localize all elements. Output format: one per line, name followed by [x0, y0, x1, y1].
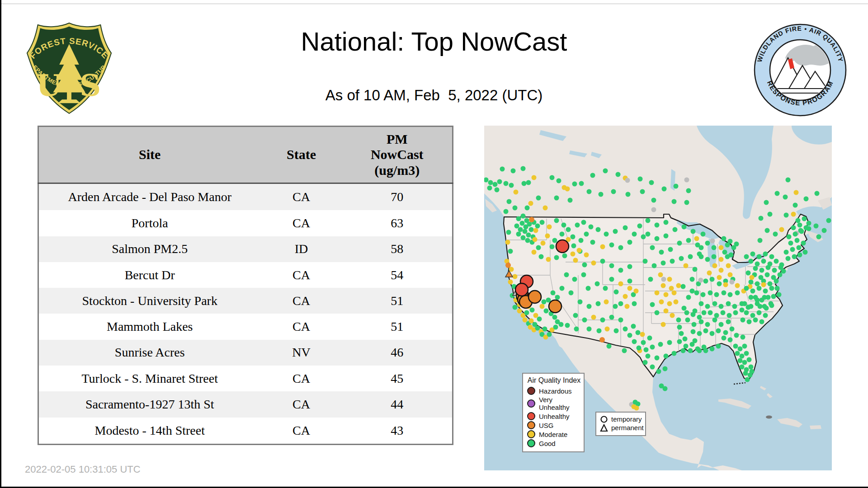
monitor-dot	[703, 279, 708, 284]
monitor-dot	[517, 309, 522, 314]
monitor-dot	[595, 282, 600, 286]
state-cell: CA	[261, 262, 342, 288]
monitor-dot	[573, 258, 578, 263]
monitor-dot	[623, 327, 628, 332]
monitor-dot	[573, 313, 578, 318]
monitor-dot	[672, 199, 677, 204]
monitor-dot	[732, 304, 737, 309]
monitor-dot	[753, 266, 758, 271]
value-cell: 44	[342, 391, 453, 417]
monitor-dot	[523, 318, 528, 323]
wfaqrp-logo: WILDLAND FIRE • AIR QUALITY RESPONSE PRO…	[752, 22, 849, 118]
monitor-dot	[557, 178, 561, 183]
legend-label: permanent	[611, 424, 644, 432]
monitor-dot	[784, 213, 789, 218]
monitor-dot	[587, 327, 592, 332]
monitor-dot	[587, 304, 592, 309]
monitor-dot	[728, 272, 733, 277]
monitor-dot	[533, 228, 538, 233]
monitor-dot	[547, 332, 552, 337]
monitor-dot	[661, 322, 666, 327]
monitor-dot	[708, 310, 713, 315]
monitor-dot	[625, 178, 630, 183]
monitor-dot	[744, 254, 749, 259]
monitor-dot	[744, 286, 749, 291]
monitor-dot	[705, 322, 710, 327]
monitor-dot	[579, 238, 584, 243]
monitor-dot	[604, 232, 609, 237]
monitor-dot	[764, 200, 769, 205]
monitor-dot	[814, 224, 819, 229]
site-cell: Modesto - 14th Street	[38, 418, 261, 445]
monitor-dot	[749, 365, 754, 370]
monitor-dot	[640, 189, 645, 194]
monitor-dot	[730, 327, 735, 332]
monitor-dot	[559, 322, 564, 327]
monitor-dot	[750, 289, 755, 294]
monitor-dot	[735, 283, 740, 288]
monitor-dot	[672, 351, 677, 356]
monitor-dot	[705, 241, 710, 246]
monitor-dot	[644, 347, 649, 352]
value-cell: 45	[342, 366, 453, 391]
monitor-dot	[659, 250, 664, 255]
monitor-dot	[826, 218, 831, 223]
monitor-dot	[760, 268, 764, 273]
monitor-dot	[584, 232, 589, 237]
value-cell: 63	[342, 210, 453, 236]
monitor-dot	[516, 216, 521, 221]
monitor-dot	[682, 225, 687, 230]
monitor-dot	[742, 301, 747, 306]
monitor-dot	[634, 406, 639, 411]
monitor-dot	[504, 209, 509, 214]
monitor-dot	[651, 207, 656, 212]
monitor-dot	[701, 232, 706, 237]
monitor-dot	[655, 236, 660, 241]
monitor-dot	[597, 328, 602, 333]
monitor-dot	[749, 304, 754, 309]
table-row: Sacramento-1927 13th StCA44	[38, 391, 453, 417]
monitor-dot	[690, 277, 695, 282]
monitor-dot	[631, 324, 636, 329]
monitor-dot	[791, 225, 796, 230]
state-cell: CA	[261, 288, 342, 314]
monitor-dot	[743, 371, 748, 376]
monitor-dot	[564, 272, 569, 277]
monitor-dot	[668, 247, 673, 252]
monitor-dot	[775, 191, 780, 196]
monitor-dot	[686, 295, 691, 300]
monitor-dot	[641, 340, 646, 345]
monitor-dot	[769, 301, 774, 306]
legend-row-temporary: temporary	[600, 415, 642, 424]
monitor-dot	[507, 199, 512, 204]
monitor-dot	[577, 248, 582, 253]
site-cell: Mammoth Lakes	[38, 314, 261, 339]
legend-color-dot-icon	[527, 430, 535, 438]
monitor-dot	[791, 212, 796, 217]
monitor-dot	[727, 313, 732, 318]
legend-label: Moderate	[539, 431, 567, 438]
monitor-dot	[537, 317, 542, 322]
monitor-dot	[523, 229, 528, 234]
monitor-dot	[581, 220, 586, 225]
monitor-dot	[722, 236, 726, 241]
monitor-dot	[504, 181, 509, 186]
monitor-dot	[690, 289, 695, 294]
monitor-dot	[717, 282, 722, 286]
monitor-dot	[529, 217, 534, 222]
monitor-dot	[765, 228, 770, 233]
monitor-dot	[705, 304, 710, 309]
monitor-dot	[569, 291, 574, 296]
monitor-dot	[683, 337, 688, 342]
monitor-dot	[623, 294, 628, 299]
monitor-dot	[784, 250, 789, 255]
monitor-dot	[529, 227, 534, 232]
monitor-dot	[702, 310, 707, 315]
monitor-dot	[524, 310, 529, 315]
monitor-dot	[779, 227, 784, 232]
monitor-dot	[719, 322, 724, 327]
monitor-dot	[750, 252, 755, 257]
monitor-dot	[802, 216, 807, 221]
monitor-dot	[600, 318, 605, 323]
monitor-dot	[722, 291, 726, 296]
